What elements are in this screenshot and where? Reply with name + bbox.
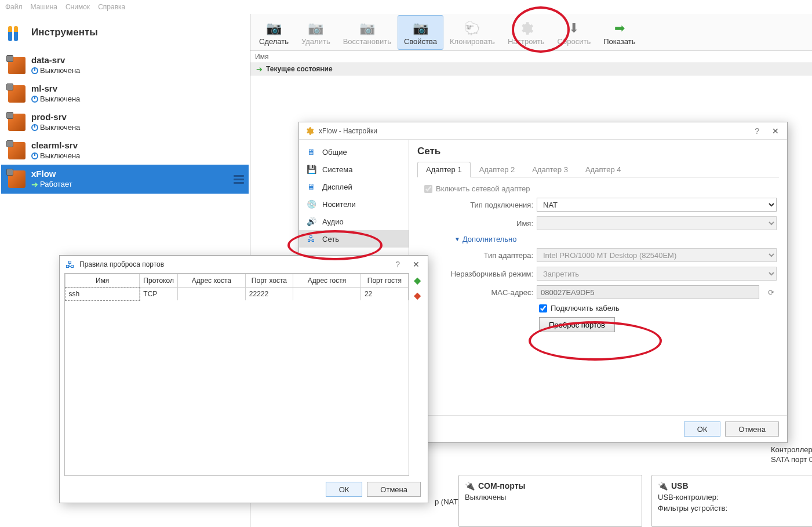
sidebar-title: Инструменты (31, 27, 98, 38)
nav-network[interactable]: 🖧Сеть (299, 230, 409, 248)
nav-general[interactable]: 🖥Общие (299, 143, 409, 161)
port-forwarding-button[interactable]: Проброс портов (539, 317, 615, 332)
menu-snapshot[interactable]: Снимок (65, 3, 90, 11)
vm-item-data-srv[interactable]: data-srv Выключена (1, 51, 249, 79)
adapter-tabs: Адаптер 1 Адаптер 2 Адаптер 3 Адаптер 4 (417, 162, 779, 177)
port-forwarding-titlebar[interactable]: 🖧 Правила проброса портов ? ✕ (60, 256, 428, 273)
th-guest-port[interactable]: Порт гостя (361, 274, 408, 288)
tab-adapter-1[interactable]: Адаптер 1 (417, 162, 471, 177)
running-icon: ➔ (31, 180, 38, 190)
pane-title: Сеть (417, 146, 779, 157)
tab-adapter-4[interactable]: Адаптер 4 (577, 162, 630, 177)
table-row[interactable]: ssh TCP 22222 22 (65, 288, 409, 301)
advanced-toggle[interactable]: ▼ Дополнительно (420, 235, 777, 243)
nav-label: Дисплей (322, 183, 352, 191)
camera-minus-icon: 📷 (308, 20, 324, 37)
vm-context-menu-button[interactable] (232, 173, 245, 186)
port-forwarding-table: Имя Протокол Адрес хоста Порт хоста Адре… (64, 273, 409, 476)
vm-item-xflow[interactable]: xFlow ➔Работает (1, 165, 249, 194)
restore-snapshot-button[interactable]: 📷 Восстановить (337, 15, 398, 50)
vm-item-ml-srv[interactable]: ml-srv Выключена (1, 79, 249, 108)
help-button[interactable]: ? (389, 260, 406, 269)
vm-icon (8, 85, 26, 103)
settings-cancel-button[interactable]: Отмена (725, 421, 779, 437)
th-proto[interactable]: Протокол (140, 274, 178, 288)
usb-icon: 🔌 (658, 481, 668, 490)
port-forwarding-tools: ◆ ◆ (412, 273, 423, 476)
help-button[interactable]: ? (749, 126, 765, 136)
mac-input[interactable] (537, 285, 759, 299)
nav-system[interactable]: 💾Система (299, 161, 409, 178)
show-button[interactable]: ➡ Показать (597, 15, 642, 50)
menu-file[interactable]: Файл (5, 3, 23, 11)
name-select[interactable] (537, 216, 777, 230)
discard-button[interactable]: ⬇ Сбросить (551, 15, 597, 50)
port-forwarding-title: Правила проброса портов (79, 260, 385, 268)
nav-audio[interactable]: 🔊Аудио (299, 213, 409, 230)
refresh-mac-button[interactable]: ⟳ (765, 286, 777, 298)
cable-checkbox[interactable] (539, 304, 547, 312)
cell-host-ip[interactable] (177, 288, 245, 301)
cell-host-port[interactable]: 22222 (245, 288, 293, 301)
gear-icon (518, 20, 534, 37)
network-icon: 🖧 (306, 234, 316, 244)
th-guest-ip[interactable]: Адрес гостя (293, 274, 361, 288)
settings-ok-button[interactable]: ОК (684, 421, 721, 437)
vm-icon (8, 170, 26, 188)
vm-icon (8, 114, 26, 131)
toolbar-label: Сделать (259, 37, 289, 46)
delete-snapshot-button[interactable]: 📷 Удалить (295, 15, 337, 50)
toolbar-label: Свойства (404, 37, 437, 46)
vm-name: xFlow (31, 169, 72, 180)
menu-machine[interactable]: Машина (31, 3, 57, 11)
close-button[interactable]: ✕ (770, 126, 781, 136)
nav-label: Сеть (322, 235, 339, 243)
cell-guest-ip[interactable] (293, 288, 361, 301)
remove-rule-button[interactable]: ◆ (412, 289, 423, 301)
attached-select[interactable]: NAT (537, 198, 777, 212)
adapter-type-select[interactable]: Intel PRO/1000 MT Desktop (82540EM) (537, 248, 777, 262)
cell-proto[interactable]: TCP (140, 288, 178, 301)
nav-display[interactable]: 🖥Дисплей (299, 178, 409, 195)
vm-name: clearml-srv (31, 140, 80, 151)
th-host-ip[interactable]: Адрес хоста (177, 274, 245, 288)
power-off-icon (31, 124, 38, 131)
com-ports-card: 🔌COM-порты Выключены (458, 475, 642, 527)
cell-name[interactable]: ssh (65, 288, 140, 301)
close-button[interactable]: ✕ (410, 260, 422, 269)
add-rule-button[interactable]: ◆ (412, 274, 423, 286)
enable-adapter-checkbox[interactable] (424, 185, 432, 193)
tab-adapter-3[interactable]: Адаптер 3 (523, 162, 577, 177)
settings-toolbar-button[interactable]: Настроить (501, 15, 551, 50)
properties-button[interactable]: 📷 Свойства (398, 15, 443, 50)
promiscuous-select[interactable]: Запретить (537, 267, 777, 281)
toolbar-label: Сбросить (557, 37, 591, 46)
pf-cancel-button[interactable]: Отмена (367, 482, 421, 497)
th-name[interactable]: Имя (65, 274, 140, 288)
take-snapshot-button[interactable]: 📷 Сделать (253, 15, 295, 50)
clone-button[interactable]: 🐑 Клонировать (443, 15, 501, 50)
tab-adapter-2[interactable]: Адаптер 2 (471, 162, 524, 177)
settings-dialog-titlebar[interactable]: xFlow - Настройки ? ✕ (299, 122, 787, 140)
current-state-row[interactable]: ➔ Текущее состояние (250, 63, 812, 75)
display-icon: 🖥 (306, 181, 316, 192)
vm-icon (8, 57, 26, 74)
toolbar-label: Клонировать (450, 37, 495, 46)
vm-icon (8, 142, 26, 159)
usb-card: 🔌USB USB-контроллер: Фильтры устройств: (651, 475, 812, 527)
cell-guest-port[interactable]: 22 (361, 288, 408, 301)
bg-nat-text: р (NAT) (435, 497, 461, 506)
pf-ok-button[interactable]: ОК (326, 482, 363, 497)
vm-item-clearml-srv[interactable]: clearml-srv Выключена (1, 136, 249, 165)
adapter-type-label: Тип адаптера: (420, 251, 533, 260)
network-icon: 🖧 (65, 260, 75, 269)
menu-help[interactable]: Справка (98, 3, 125, 11)
vm-item-prod-srv[interactable]: prod-srv Выключена (1, 108, 249, 136)
cable-label: Подключить кабель (551, 304, 620, 312)
camera-restore-icon: 📷 (359, 20, 375, 37)
chip-icon: 💾 (306, 164, 316, 175)
serial-icon: 🔌 (465, 481, 475, 490)
nav-label: Носители (322, 200, 356, 209)
th-host-port[interactable]: Порт хоста (245, 274, 293, 288)
nav-storage[interactable]: 💿Носители (299, 195, 409, 213)
